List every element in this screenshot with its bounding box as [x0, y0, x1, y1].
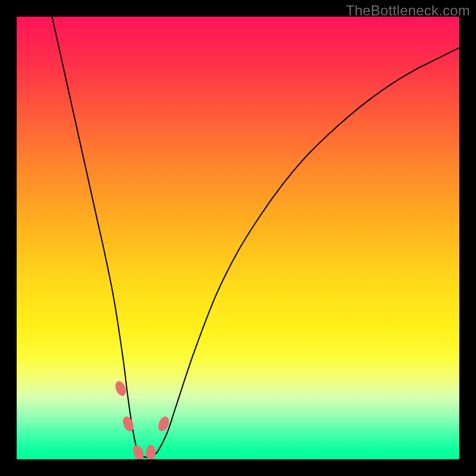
gradient-background	[17, 17, 459, 459]
chart-frame	[17, 17, 459, 459]
